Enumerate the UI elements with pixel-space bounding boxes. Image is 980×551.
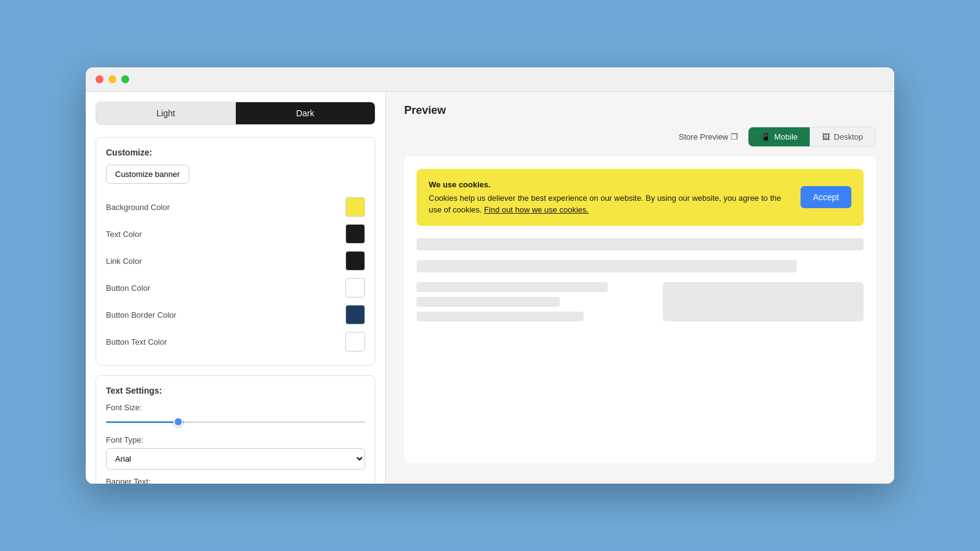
text-settings-section: Text Settings: Font Size: Font Type: Ari… (96, 375, 375, 484)
mobile-button[interactable]: 📱 Mobile (748, 127, 810, 146)
slider-track (106, 421, 365, 423)
mobile-icon: 📱 (761, 132, 771, 141)
link-color-label: Link Color (106, 257, 142, 266)
font-size-label: Font Size: (106, 403, 365, 412)
text-settings-title: Text Settings: (106, 386, 365, 395)
main-content: Light Dark Customize: Customize banner B… (86, 92, 894, 484)
font-select[interactable]: Arial Helvetica Times New Roman Georgia … (106, 448, 365, 470)
background-color-swatch[interactable] (345, 197, 365, 217)
customize-title: Customize: (106, 148, 365, 157)
button-text-color-row: Button Text Color (106, 328, 365, 355)
titlebar (86, 67, 894, 92)
store-preview-link[interactable]: Store Preview ❐ (679, 132, 738, 141)
skeleton-text-1 (417, 282, 608, 292)
font-type-row: Font Type: Arial Helvetica Times New Rom… (106, 435, 365, 470)
font-size-slider[interactable] (106, 416, 365, 428)
desktop-icon: 🖼 (822, 132, 830, 141)
button-border-color-label: Button Border Color (106, 310, 176, 320)
button-color-label: Button Color (106, 283, 150, 293)
dark-theme-button[interactable]: Dark (236, 102, 375, 124)
cookie-banner: We use cookies. Cookies help us deliever… (417, 169, 864, 226)
skeleton-card-right (663, 282, 864, 321)
link-color-row: Link Color (106, 247, 365, 274)
mobile-label: Mobile (774, 132, 797, 141)
preview-title: Preview (404, 104, 876, 117)
skeleton-content-2 (417, 260, 864, 272)
banner-text-label: Banner Text: (106, 477, 365, 484)
text-color-label: Text Color (106, 230, 142, 239)
accept-button[interactable]: Accept (801, 186, 851, 208)
text-color-row: Text Color (106, 220, 365, 247)
store-preview-label: Store Preview (679, 132, 728, 141)
right-panel: Preview Store Preview ❐ 📱 Mobile 🖼 Deskt… (386, 92, 894, 484)
preview-header: Store Preview ❐ 📱 Mobile 🖼 Desktop (404, 127, 876, 147)
skeleton-grid (417, 282, 864, 321)
external-link-icon: ❐ (731, 132, 738, 141)
close-button[interactable] (96, 75, 104, 83)
link-color-swatch[interactable] (345, 251, 365, 271)
desktop-button[interactable]: 🖼 Desktop (810, 127, 875, 146)
customize-section: Customize: Customize banner Background C… (96, 137, 375, 365)
button-border-color-row: Button Border Color (106, 301, 365, 328)
skeleton-row-1 (417, 238, 864, 250)
skeleton-text-3 (417, 312, 584, 321)
app-window: Light Dark Customize: Customize banner B… (86, 67, 894, 484)
light-theme-button[interactable]: Light (96, 102, 236, 124)
button-text-color-label: Button Text Color (106, 337, 167, 347)
font-size-row: Font Size: (106, 403, 365, 428)
customize-banner-button[interactable]: Customize banner (106, 165, 189, 184)
background-color-row: Background Color (106, 193, 365, 220)
skeleton-row-2 (417, 260, 797, 272)
theme-toggle: Light Dark (96, 102, 375, 125)
skeleton-content-1 (417, 238, 864, 250)
cookie-title: We use cookies. (429, 179, 791, 191)
preview-area: We use cookies. Cookies help us deliever… (404, 157, 876, 463)
skeleton-col-left (417, 282, 655, 321)
cookie-text: We use cookies. Cookies help us deliever… (429, 179, 791, 216)
traffic-lights (96, 75, 129, 83)
text-color-swatch[interactable] (345, 224, 365, 244)
skeleton-text-2 (417, 297, 560, 307)
slider-thumb[interactable] (173, 417, 183, 427)
minimize-button[interactable] (108, 75, 116, 83)
device-toggle: 📱 Mobile 🖼 Desktop (748, 127, 876, 147)
cookie-link[interactable]: Find out how we use cookies. (484, 205, 589, 214)
button-border-color-swatch[interactable] (345, 305, 365, 324)
button-text-color-swatch[interactable] (345, 332, 365, 351)
background-color-label: Background Color (106, 203, 170, 212)
cookie-body: Cookies help us deliever the best experi… (429, 192, 791, 216)
font-type-label: Font Type: (106, 435, 365, 444)
cookie-body-text: Cookies help us deliever the best experi… (429, 193, 781, 215)
left-panel: Light Dark Customize: Customize banner B… (86, 92, 386, 484)
button-color-row: Button Color (106, 274, 365, 301)
button-color-swatch[interactable] (345, 278, 365, 298)
desktop-label: Desktop (834, 132, 863, 141)
maximize-button[interactable] (121, 75, 129, 83)
